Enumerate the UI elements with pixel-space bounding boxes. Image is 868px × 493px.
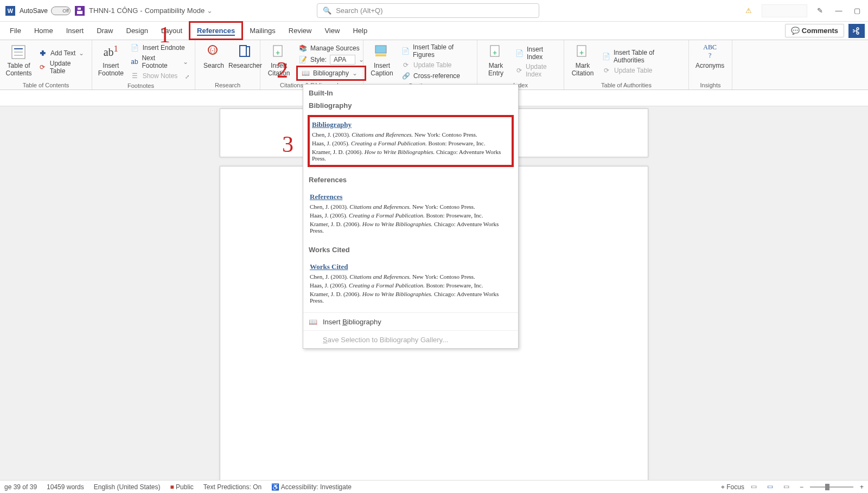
next-footnote-icon: ab [131, 57, 139, 66]
comment-icon: 💬 [791, 27, 800, 35]
add-text-button[interactable]: 🞥 Add Text ⌄ [36, 48, 87, 59]
manage-sources-icon: 📚 [298, 44, 307, 53]
annotation-2: 2 [277, 57, 288, 83]
cross-reference-button[interactable]: 🔗 Cross-reference [399, 71, 473, 81]
ribbon: Table of Contents 🞥 Add Text ⌄ ⟳ Update … [0, 40, 868, 90]
svg-rect-13 [375, 46, 386, 53]
search-box[interactable]: 🔍 Search (Alt+Q) [317, 3, 539, 18]
search-icon: 🔍 [323, 7, 331, 15]
bibliography-icon: 📖 [301, 69, 310, 78]
insert-index-button[interactable]: 📄 Insert Index [513, 44, 559, 62]
researcher-button[interactable]: Researcher [231, 42, 259, 81]
svg-rect-9 [240, 46, 246, 56]
endnote-icon: 📄 [131, 43, 139, 52]
show-notes-button: ☰ Show Notes [129, 71, 190, 81]
svg-text:(-): (-) [210, 47, 215, 53]
svg-text:+: + [579, 48, 584, 57]
manage-sources-button[interactable]: 📚 Manage Sources [296, 43, 366, 54]
insert-footnote-button[interactable]: ab1 Insert Footnote [97, 42, 125, 81]
minimize-button[interactable]: — [833, 5, 844, 16]
share-button[interactable] [848, 24, 865, 38]
mark-citation-button[interactable]: + Mark Citation [569, 42, 597, 81]
titlebar: W AutoSave Off THNN-1 CÔNG - Compatibili… [0, 0, 868, 22]
annotation-1: 1 [159, 22, 170, 48]
tab-mailings[interactable]: Mailings [243, 23, 282, 39]
group-research: (-) Search Researcher Research [195, 40, 260, 89]
ribbon-tabs: File Home Insert Draw Design Layout Refe… [0, 22, 868, 40]
word-app-icon: W [5, 6, 15, 16]
chevron-down-icon: ⌄ [207, 7, 213, 15]
autosave-label: AutoSave [20, 7, 48, 15]
tab-insert[interactable]: Insert [60, 23, 91, 39]
add-text-icon: 🞥 [39, 49, 47, 57]
index-icon: 📄 [515, 49, 524, 57]
toa-icon: 📄 [602, 52, 610, 61]
svg-rect-2 [77, 11, 82, 14]
group-toc: Table of Contents 🞥 Add Text ⌄ ⟳ Update … [0, 40, 92, 89]
mark-entry-button[interactable]: + Mark Entry [482, 42, 510, 81]
toggle-indicator: Off [51, 7, 71, 15]
search-button[interactable]: (-) Search [200, 42, 228, 81]
warning-icon[interactable]: ⚠ [743, 5, 754, 16]
document-title[interactable]: THNN-1 CÔNG - Compatibility Mode ⌄ [89, 7, 213, 15]
svg-rect-10 [246, 47, 250, 56]
mark-citation-icon: + [574, 43, 591, 61]
style-icon: 📝 [298, 55, 307, 64]
tab-draw[interactable]: Draw [90, 23, 119, 39]
svg-text:+: + [493, 48, 497, 57]
gallery-builtin-header: Built-In [303, 85, 518, 90]
acronyms-button[interactable]: ABC? Acronyms [693, 42, 726, 81]
update-tof-button: ⟳ Update Table [399, 60, 473, 71]
insert-toa-button[interactable]: 📄 Insert Table of Authorities [600, 48, 684, 65]
restore-button[interactable]: ▢ [852, 5, 863, 16]
svg-rect-1 [78, 8, 81, 10]
update-toa-button: ⟳ Update Table [600, 65, 684, 76]
group-toa: + Mark Citation 📄 Insert Table of Author… [564, 40, 689, 89]
group-citations: + Insert Citation 📚 Manage Sources 📝 Sty… [260, 40, 363, 89]
chevron-down-icon: ⌄ [183, 58, 188, 66]
tab-references[interactable]: References [189, 21, 243, 40]
bibliography-gallery: Built-In Bibliography Bibliography Chen,… [303, 84, 519, 90]
tab-file[interactable]: File [3, 23, 28, 39]
user-account[interactable] [762, 4, 807, 17]
group-index: + Mark Entry 📄 Insert Index ⟳ Update Ind… [477, 40, 564, 89]
update-table-toc-button[interactable]: ⟳ Update Table [36, 59, 87, 76]
update-index-button: ⟳ Update Index [513, 62, 559, 79]
crossref-icon: 🔗 [401, 72, 410, 80]
svg-text:+: + [276, 48, 280, 57]
bibliography-button[interactable]: 📖 Bibliography ⌄ [296, 66, 366, 81]
tof-icon: 📄 [401, 47, 410, 55]
table-of-contents-button[interactable]: Table of Contents [4, 42, 33, 81]
comments-button[interactable]: 💬 Comments [785, 24, 844, 37]
tab-review[interactable]: Review [282, 23, 318, 39]
update-icon: ⟳ [602, 66, 611, 75]
group-insights: ABC? Acronyms Insights [689, 40, 732, 89]
update-icon: ⟳ [401, 61, 410, 69]
toc-icon [10, 43, 27, 61]
update-icon: ⟳ [515, 66, 522, 75]
tab-design[interactable]: Design [120, 23, 155, 39]
footnote-icon: ab1 [102, 43, 119, 61]
save-icon[interactable] [75, 6, 85, 16]
pen-icon[interactable]: ✎ [815, 5, 826, 16]
caption-icon [373, 43, 391, 61]
update-icon: ⟳ [39, 63, 47, 72]
next-footnote-button[interactable]: ab Next Footnote ⌄ [129, 53, 190, 71]
search-placeholder: Search (Alt+Q) [336, 7, 382, 15]
footnotes-launcher[interactable]: ⤢ [185, 74, 189, 89]
tab-help[interactable]: Help [346, 23, 374, 39]
tab-view[interactable]: View [318, 23, 346, 39]
style-dropdown[interactable]: 📝 Style: APA ⌄ [296, 54, 366, 66]
chevron-down-icon: ⌄ [352, 69, 358, 77]
svg-rect-14 [375, 54, 386, 56]
smart-lookup-icon: (-) [205, 43, 222, 61]
autosave-toggle[interactable]: AutoSave Off [20, 7, 71, 15]
show-notes-icon: ☰ [131, 72, 139, 80]
insert-tof-button[interactable]: 📄 Insert Table of Figures [399, 42, 473, 60]
insert-caption-button[interactable]: Insert Caption [368, 42, 396, 81]
chevron-down-icon: ⌄ [79, 49, 84, 57]
researcher-icon [237, 43, 254, 61]
group-captions: Insert Caption 📄 Insert Table of Figures… [363, 40, 477, 89]
acronyms-icon: ABC? [701, 43, 719, 61]
tab-home[interactable]: Home [28, 23, 60, 39]
